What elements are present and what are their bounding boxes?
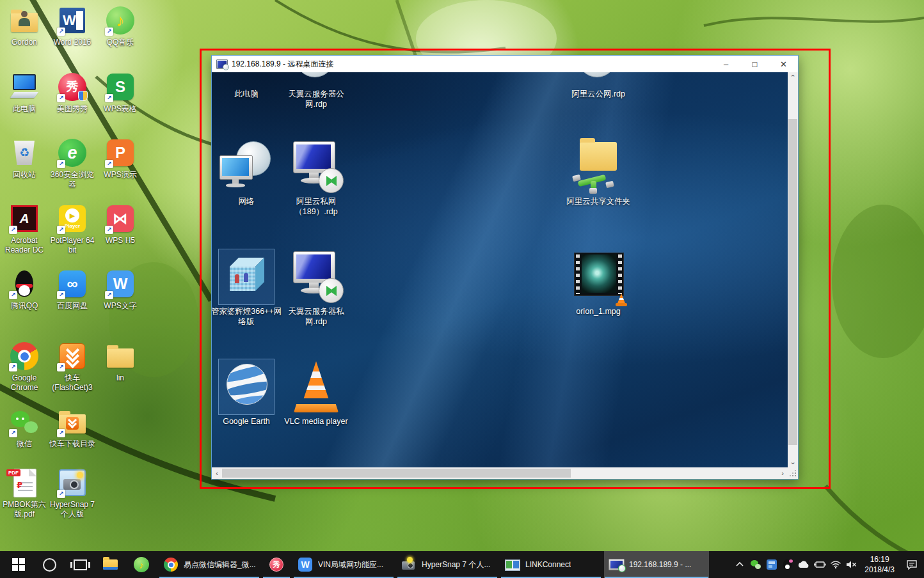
tray-wifi[interactable] [827, 551, 843, 578]
windows-logo-icon [12, 558, 25, 571]
task-view-button[interactable] [67, 551, 93, 578]
tray-power[interactable] [811, 551, 827, 578]
desktop-icon-flashget-dir[interactable]: 快车下载目录 [49, 407, 95, 449]
horizontal-scrollbar[interactable]: ‹ › [212, 467, 788, 479]
qq-music-icon: ♪ [105, 5, 136, 36]
scroll-up-button[interactable]: ⌃ [788, 72, 798, 83]
battery-plug-icon [813, 560, 826, 569]
desktop-icon-chrome[interactable]: Google Chrome [1, 341, 47, 393]
desktop-icon-gordon[interactable]: Gordon [1, 5, 47, 47]
desktop-icon-wps-h5[interactable]: ⋈ WPS H5 [97, 203, 143, 246]
shortcut-arrow-icon [57, 27, 65, 36]
remote-icon-google-earth[interactable]: Google Earth [212, 360, 283, 426]
vertical-scroll-thumb[interactable] [788, 119, 797, 445]
tray-wechat[interactable] [747, 551, 763, 578]
desktop-icon-meitu[interactable]: 秀 美图秀秀 [49, 72, 95, 114]
remote-icon-this-pc[interactable]: 此电脑 [212, 72, 283, 99]
taskbar-task-linkconnect[interactable]: LINKConnect [500, 551, 601, 578]
desktop-icon-potplayer[interactable]: ▶Player PotPlayer 64 bit [49, 203, 95, 255]
desktop-icon-tencent-qq[interactable]: 腾讯QQ [1, 269, 47, 311]
close-button[interactable]: ✕ [769, 56, 798, 72]
shortcut-arrow-icon [105, 94, 113, 102]
horizontal-scroll-thumb[interactable] [222, 469, 571, 478]
desktop-icon-this-pc[interactable]: 此电脑 [1, 72, 47, 114]
computer-icon [219, 72, 273, 86]
remote-desktop-view[interactable]: 此电脑 天翼云服务器公网.rdp 阿里云公网.rdp 网络 阿里云私网（1 [212, 72, 788, 467]
globe-rdp-icon [571, 72, 625, 86]
pdf-icon: ₽PDF [9, 467, 40, 498]
qq-music-button[interactable]: ♪ [128, 551, 155, 578]
rdp-titlebar[interactable]: 192.168.189.9 - 远程桌面连接 – □ ✕ [212, 56, 798, 72]
desktop-icon-pmbok-pdf[interactable]: ₽PDF PMBOK第六版.pdf [1, 467, 47, 519]
hypersnap-icon [401, 556, 417, 573]
remote-icon-orion-video[interactable]: orion_1.mpg [561, 250, 635, 316]
remote-icon-aliyun-private-rdp[interactable]: 阿里云私网（189）.rdp [279, 140, 353, 217]
taskbar-clock[interactable]: 16:19 2018/4/3 [859, 551, 900, 578]
icon-label: PotPlayer 64 bit [49, 236, 95, 255]
monitor-rdp-icon [289, 140, 343, 194]
tray-blue-app[interactable] [763, 551, 779, 578]
icon-label: Acrobat Reader DC [1, 236, 47, 255]
hidden-icons-chevron[interactable] [731, 551, 747, 578]
cloud-icon [797, 560, 810, 569]
rdp-icon [608, 556, 625, 573]
shortcut-arrow-icon [9, 363, 17, 371]
desktop-icon-lin[interactable]: lin [97, 341, 143, 383]
remote-icon-tianyi-private-rdp[interactable]: 天翼云服务器私网.rdp [279, 250, 353, 327]
remote-icon-aliyun-shared-folder[interactable]: 阿里云共享文件夹 [561, 140, 635, 207]
tray-onedrive[interactable] [795, 551, 811, 578]
start-button[interactable] [5, 551, 32, 578]
hypersnap-icon [57, 467, 88, 498]
desktop-icon-wechat[interactable]: 微信 [1, 407, 47, 449]
cube-app-icon [219, 250, 273, 304]
taskbar-task-chrome[interactable]: 易点微信编辑器_微... [159, 551, 260, 578]
monitor-rdp-icon [289, 250, 343, 304]
rdp-badge-icon [319, 278, 344, 303]
baidu-pan-icon: ∞ [57, 269, 88, 299]
desktop-icon-qq-music[interactable]: ♪ QQ音乐 [97, 5, 143, 47]
desktop-icon-recycle-bin[interactable]: ♻ 回收站 [1, 137, 47, 180]
tray-qq[interactable] [779, 551, 795, 578]
desktop-icon-flashget[interactable]: 快车(FlashGet)3 [49, 341, 95, 393]
taskbar-task-meitu[interactable]: 秀 [262, 551, 291, 578]
remote-icon-tianyi-public-rdp[interactable]: 天翼云服务器公网.rdp [279, 72, 353, 110]
taskbar-task-wps[interactable]: W VIN局域网功能应... [293, 551, 394, 578]
desktop-icon-360-browser[interactable]: e 360安全浏览器 [49, 137, 95, 189]
clock-date: 2018/4/3 [864, 565, 895, 575]
shortcut-arrow-icon [105, 160, 113, 168]
desktop-icon-word-2016[interactable]: W Word 2016 [49, 5, 95, 47]
recycle-bin-icon: ♻ [9, 137, 40, 168]
scroll-down-button[interactable]: ⌄ [788, 457, 798, 467]
remote-icon-vlc[interactable]: VLC media player [279, 360, 353, 426]
desktop-icon-hypersnap[interactable]: HyperSnap 7 个人版 [49, 467, 95, 519]
action-center-button[interactable] [900, 551, 924, 578]
cortana-search-button[interactable] [36, 551, 63, 578]
maximize-button[interactable]: □ [740, 56, 769, 72]
desktop-icon-wps-show[interactable]: P WPS演示 [97, 137, 143, 180]
desktop-icon-baidu-pan[interactable]: ∞ 百度网盘 [49, 269, 95, 311]
taskbar-task-rdp[interactable]: 192.168.189.9 - ... [604, 551, 709, 578]
file-explorer-button[interactable] [97, 551, 124, 578]
desktop-icon-acrobat[interactable]: A Acrobat Reader DC [1, 203, 47, 255]
taskbar-task-hypersnap[interactable]: HyperSnap 7 个人... [397, 551, 498, 578]
scroll-left-button[interactable]: ‹ [212, 467, 222, 479]
folder-icon [105, 341, 136, 371]
remote-icon-aliyun-public-rdp[interactable]: 阿里云公网.rdp [561, 72, 635, 99]
remote-icon-guanjiapo[interactable]: 管家婆辉煌366++网络版 [212, 250, 283, 327]
user-folder-icon [9, 5, 40, 36]
video-file-icon [571, 250, 625, 304]
tray-volume[interactable] [843, 551, 859, 578]
acrobat-icon: A [9, 203, 40, 234]
desktop-icon-wps-doc[interactable]: W WPS文字 [97, 269, 143, 311]
desktop-icon-wps-sheet[interactable]: S WPS表格 [97, 72, 143, 114]
resize-grip[interactable] [788, 467, 798, 479]
minimize-button[interactable]: – [712, 56, 740, 72]
remote-icon-network[interactable]: 网络 [212, 140, 283, 207]
vertical-scrollbar[interactable]: ⌃ ⌄ [788, 72, 798, 467]
desktop: Gordon W Word 2016 ♪ QQ音乐 此电脑 秀 美图秀秀 S W… [0, 0, 924, 578]
shortcut-arrow-icon [105, 291, 113, 299]
icon-label: 此电脑 [1, 104, 47, 114]
scroll-right-button[interactable]: › [777, 467, 788, 479]
window-title: 192.168.189.9 - 远程桌面连接 [232, 59, 333, 70]
system-tray: 16:19 2018/4/3 [731, 551, 924, 578]
